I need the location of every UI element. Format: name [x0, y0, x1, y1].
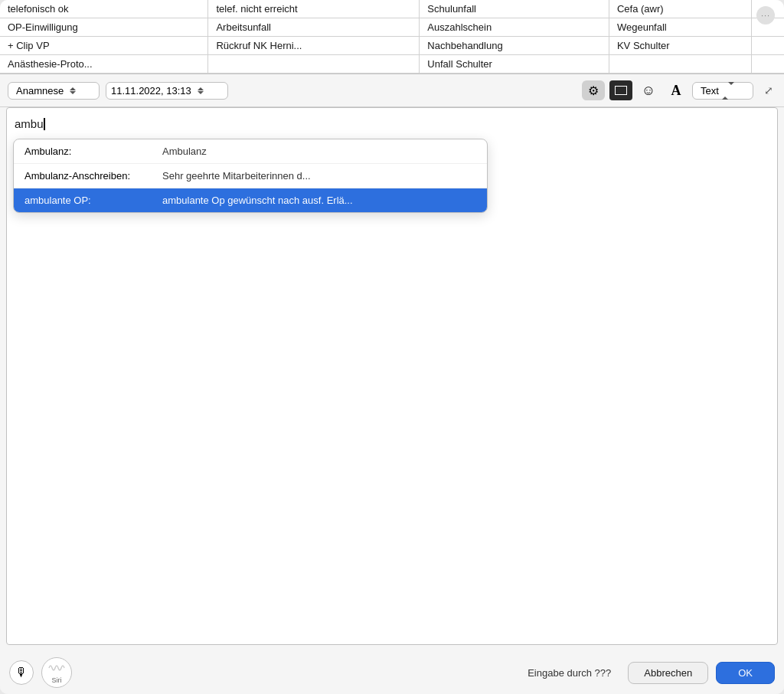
autocomplete-item-key: Ambulanz-Anschreiben: — [24, 170, 162, 182]
table-cell: Auszahlschein — [420, 18, 609, 37]
microphone-icon: 🎙 — [15, 666, 28, 679]
category-label: Anamnese — [16, 85, 64, 97]
editor-content[interactable]: ambu — [15, 116, 769, 132]
table-cell: Anästhesie-Proto... — [0, 55, 208, 74]
microphone-button[interactable]: 🎙 — [9, 660, 34, 685]
siri-label: Siri — [52, 676, 62, 684]
font-button[interactable]: A — [665, 80, 688, 100]
autocomplete-item-value: Sehr geehrte Mitarbeiterinnen d... — [162, 170, 311, 182]
table-cell — [208, 55, 420, 74]
editor-area[interactable]: ambu Ambulanz: AmbulanzAmbulanz-Anschrei… — [6, 107, 778, 645]
type-dropdown[interactable]: Text — [692, 82, 753, 100]
autocomplete-item[interactable]: Ambulanz-Anschreiben: Sehr geehrte Mitar… — [14, 164, 487, 188]
main-window: ··· telefonisch oktelef. nicht erreichtS… — [0, 0, 784, 694]
table-cell — [751, 55, 784, 74]
table-cell — [609, 55, 751, 74]
autocomplete-dropdown: Ambulanz: AmbulanzAmbulanz-Anschreiben: … — [13, 139, 488, 213]
ok-button[interactable]: OK — [716, 662, 775, 684]
emoji-button[interactable]: ☺ — [637, 80, 660, 100]
siri-wave-icon — [48, 662, 65, 676]
table-cell: Cefa (awr) — [609, 0, 751, 18]
table-cell: Arbeitsunfall — [208, 18, 420, 37]
datetime-stepper[interactable] — [198, 87, 204, 94]
toolbar-icons: ⚙ ☺ A Text — [582, 80, 753, 100]
typed-text: ambu — [15, 117, 44, 130]
table-cell: Rückruf NK Herni... — [208, 37, 420, 55]
table-cell: Schulunfall — [420, 0, 609, 18]
category-chevron-icon — [70, 87, 76, 94]
datetime-field[interactable]: 11.11.2022, 13:13 — [106, 82, 228, 100]
gear-button[interactable]: ⚙ — [582, 80, 605, 100]
table-cell: telef. nicht erreicht — [208, 0, 420, 18]
bottom-bar-left: 🎙 Siri — [9, 657, 72, 688]
category-dropdown[interactable]: Anamnese — [8, 82, 100, 100]
top-table: telefonisch oktelef. nicht erreichtSchul… — [0, 0, 784, 74]
table-cell: Nachbehandlung — [420, 37, 609, 55]
color-rect-button[interactable] — [609, 80, 632, 100]
cancel-button[interactable]: Abbrechen — [628, 662, 708, 684]
table-cell: Unfall Schulter — [420, 55, 609, 74]
ellipsis-icon: ··· — [761, 11, 770, 20]
window-control-button[interactable]: ··· — [756, 6, 775, 25]
status-text: Eingabe durch ??? — [528, 667, 611, 679]
autocomplete-item[interactable]: Ambulanz: Ambulanz — [14, 139, 487, 164]
autocomplete-item-value: Ambulanz — [162, 146, 207, 157]
siri-button[interactable]: Siri — [41, 657, 72, 688]
autocomplete-item-key: ambulante OP: — [24, 195, 162, 206]
expand-button[interactable]: ⤢ — [761, 83, 776, 98]
table-cell — [751, 37, 784, 55]
type-chevron-icon — [722, 85, 734, 97]
table-cell: KV Schulter — [609, 37, 751, 55]
emoji-icon: ☺ — [642, 83, 655, 99]
datetime-value: 11.11.2022, 13:13 — [111, 85, 191, 97]
color-rect-icon — [615, 86, 627, 95]
gear-icon: ⚙ — [588, 83, 599, 98]
autocomplete-item[interactable]: ambulante OP: ambulante Op gewünscht nac… — [14, 188, 487, 212]
table-cell: + Clip VP — [0, 37, 208, 55]
autocomplete-item-key: Ambulanz: — [24, 146, 162, 157]
bottom-bar: 🎙 Siri Eingabe durch ??? Abbrechen OK — [0, 651, 784, 694]
type-label: Text — [701, 85, 719, 97]
autocomplete-item-value: ambulante Op gewünscht nach ausf. Erlä..… — [162, 195, 353, 206]
font-icon: A — [671, 83, 681, 99]
table-cell: OP-Einwilligung — [0, 18, 208, 37]
table-cell: Wegeunfall — [609, 18, 751, 37]
text-cursor — [44, 118, 45, 130]
expand-icon: ⤢ — [764, 84, 773, 97]
toolbar-row: Anamnese 11.11.2022, 13:13 ⚙ ☺ — [0, 74, 784, 107]
table-cell: telefonisch ok — [0, 0, 208, 18]
